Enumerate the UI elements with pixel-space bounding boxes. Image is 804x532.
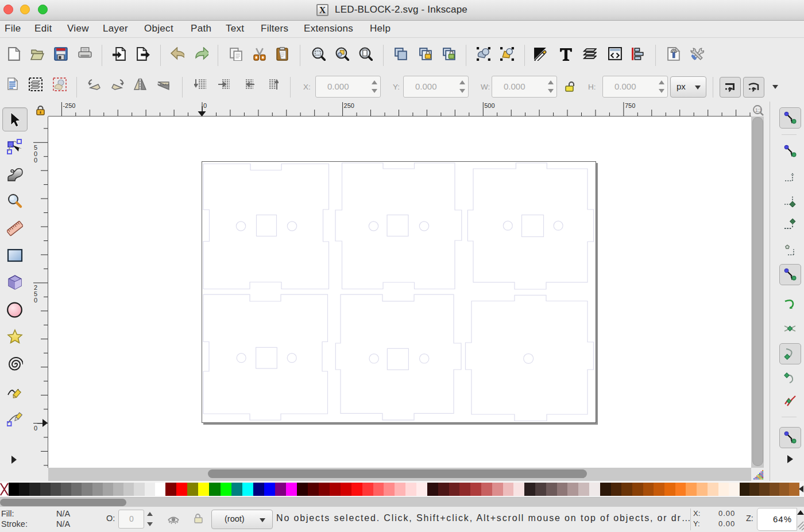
svg-text:0: 0 xyxy=(34,297,37,304)
svg-text:250: 250 xyxy=(344,102,354,109)
svg-text:750: 750 xyxy=(625,102,635,109)
svg-text:0: 0 xyxy=(34,425,37,432)
svg-text:500: 500 xyxy=(484,102,494,109)
svg-text:0: 0 xyxy=(203,102,207,109)
svg-text:-250: -250 xyxy=(63,102,75,109)
svg-text:0: 0 xyxy=(34,157,37,164)
svg-text:1:1: 1:1 xyxy=(755,107,762,113)
